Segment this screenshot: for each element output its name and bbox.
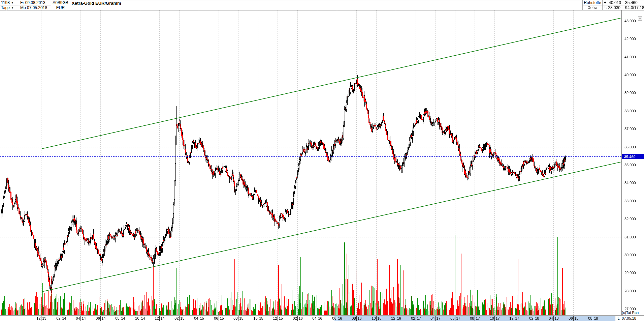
category-value: Rohstoffe (584, 1, 601, 5)
period-high-value: H: 40.010 (604, 1, 621, 5)
bars-count-dropdown[interactable]: 1198 ▼ (0, 0, 19, 5)
currency-value: EUR (56, 6, 65, 10)
stats-cell: 94.0/17.18 (624, 5, 644, 10)
exchange-cell: Xetra (582, 5, 603, 10)
collapse-axis-button[interactable]: − (638, 16, 642, 21)
date-from-field[interactable]: Fr 09.08.2013 (19, 0, 51, 5)
last-marker-cell: L (615, 316, 622, 321)
exchange-value: Xetra (588, 6, 598, 10)
date-to-value: Mo 07.05.2018 (20, 6, 47, 10)
last-marker-text: L (617, 316, 619, 320)
chart-title-text: Xetra-Gold EUR/Gramm (72, 1, 121, 5)
period-value: Tage (1, 6, 10, 10)
stats-value: 94.0/17.18 (625, 6, 644, 10)
period-low-value: L: 28.030 (604, 6, 620, 10)
last-price-cell: 35.460 (624, 0, 644, 5)
copyright-label: (c)Tai-Pan (622, 310, 644, 315)
last-date-text: 07.05.18 (622, 316, 636, 320)
chevron-down-icon: ▼ (11, 1, 14, 5)
date-to-field[interactable]: Mo 07.05.2018 (19, 5, 51, 10)
date-from-value: Fr 09.08.2013 (20, 1, 45, 5)
chart-title: Xetra-Gold EUR/Gramm (71, 0, 273, 6)
bars-count-value: 1198 (1, 1, 10, 5)
last-price-value: 35.460 (625, 1, 638, 5)
chevron-down-icon: ▼ (11, 6, 14, 10)
last-date-cell: 07.05.18 (622, 316, 644, 321)
price-chart-canvas[interactable] (0, 0, 644, 321)
header-divider (0, 10, 644, 10)
taipan-chart-window: 1198 ▼ Fr 09.08.2013 A0S9GB Xetra-Gold E… (0, 0, 644, 321)
copyright-text: (c)Tai-Pan (622, 311, 639, 315)
minus-icon: − (639, 17, 641, 20)
period-high-cell: H: 40.010 (603, 0, 624, 5)
period-low-cell: L: 28.030 (603, 5, 624, 10)
currency-field: EUR (51, 5, 70, 10)
wkn-value: A0S9GB (53, 1, 68, 5)
wkn-field[interactable]: A0S9GB (51, 0, 70, 5)
category-cell: Rohstoffe (582, 0, 603, 5)
period-dropdown[interactable]: Tage ▼ (0, 5, 19, 10)
